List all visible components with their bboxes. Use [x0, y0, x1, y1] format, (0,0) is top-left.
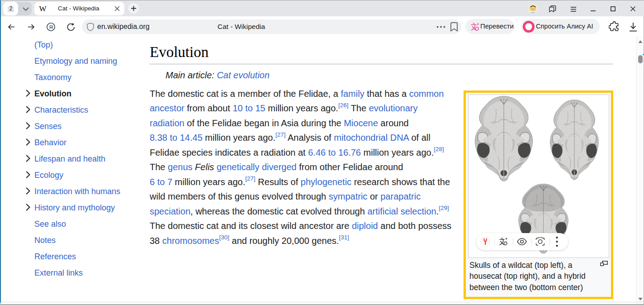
svg-text:Я: Я	[49, 24, 53, 30]
svg-text:2: 2	[9, 5, 13, 12]
